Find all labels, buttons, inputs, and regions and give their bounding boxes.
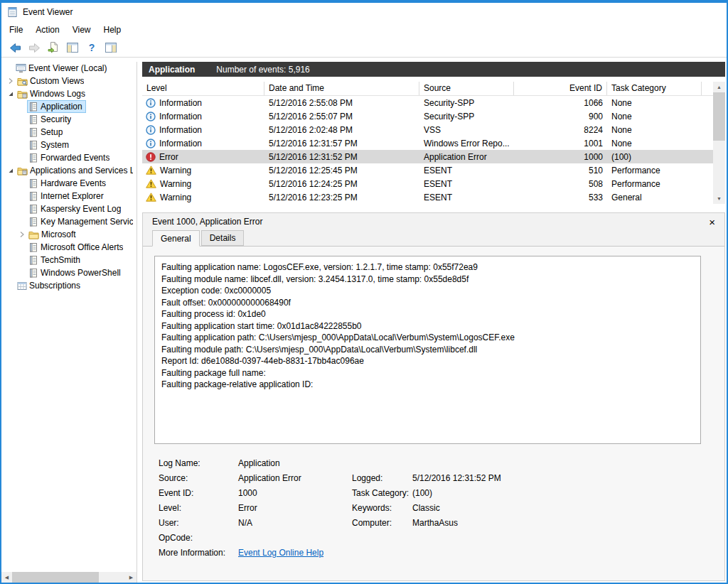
show-hide-action-pane-button[interactable] — [103, 40, 119, 55]
column-header-event-id[interactable]: Event ID — [514, 82, 607, 95]
tree-item-system[interactable]: System — [1, 139, 136, 151]
event-row[interactable]: Warning5/12/2016 12:23:25 PMESENT533Gene… — [142, 190, 713, 204]
warning-icon — [146, 166, 156, 175]
tree-item-microsoft-office-alerts[interactable]: Microsoft Office Alerts — [1, 241, 136, 254]
event-row[interactable]: Information5/12/2016 2:55:08 PMSecurity-… — [142, 96, 713, 109]
cell-level: Warning — [142, 179, 264, 189]
forward-arrow-icon — [28, 43, 41, 53]
property-label: OpCode: — [159, 533, 238, 543]
scroll-right-button[interactable]: ▶ — [126, 572, 136, 583]
close-icon[interactable]: × — [707, 217, 717, 227]
event-row[interactable]: Warning5/12/2016 12:25:45 PMESENT510Perf… — [142, 163, 713, 177]
scroll-down-button[interactable]: ▼ — [713, 193, 725, 204]
tree-item-internet-explorer[interactable]: Internet Explorer — [1, 190, 136, 202]
cell-event-id: 8224 — [514, 125, 607, 135]
level-label: Information — [159, 125, 202, 135]
window-title: Event Viewer — [23, 7, 73, 17]
column-header-task-category[interactable]: Task Category — [607, 82, 702, 95]
event-row[interactable]: Error5/12/2016 12:31:52 PMApplication Er… — [142, 150, 713, 163]
detail-title: Event 1000, Application Error — [152, 217, 262, 227]
tree-item-label: Forwarded Events — [41, 153, 109, 163]
property-label: User: — [159, 518, 238, 528]
event-row[interactable]: Warning5/12/2016 12:24:25 PMESENT508Perf… — [142, 177, 713, 190]
event-properties: Log Name:ApplicationSource:Application E… — [159, 455, 701, 560]
property-row: User:N/AComputer:MarthaAsus — [159, 515, 701, 530]
show-hide-console-tree-button[interactable] — [65, 40, 80, 55]
log-icon — [28, 153, 38, 163]
menu-help[interactable]: Help — [97, 22, 128, 38]
property-label: Source: — [159, 473, 238, 483]
tab-general[interactable]: General — [152, 230, 200, 247]
open-saved-log-button[interactable] — [46, 40, 61, 55]
console-root-icon — [16, 63, 26, 73]
log-icon — [28, 178, 38, 188]
event-row[interactable]: Information5/12/2016 2:55:07 PMSecurity-… — [142, 109, 713, 123]
back-button[interactable] — [7, 40, 23, 55]
cell-source: Security-SPP — [419, 98, 514, 108]
tree-item-key-management-service[interactable]: Key Management Service — [1, 215, 136, 228]
event-log-online-help-link[interactable]: Event Log Online Help — [238, 548, 352, 558]
tree-item-forwarded-events[interactable]: Forwarded Events — [1, 151, 136, 164]
tree-item-hardware-events[interactable]: Hardware Events — [1, 177, 136, 190]
sidebar: Event Viewer (Local)Custom ViewsWindows … — [1, 62, 137, 583]
event-text-line: Report Id: d6e1088d-0397-44eb-8831-17bb4… — [161, 355, 694, 367]
log-icon — [28, 255, 38, 265]
cell-date-time: 5/12/2016 12:31:52 PM — [264, 152, 419, 162]
forward-button[interactable] — [26, 40, 42, 55]
cell-source: ESENT — [419, 193, 514, 202]
menu-file[interactable]: File — [3, 22, 29, 38]
tree-item-application[interactable]: Application — [1, 100, 136, 113]
event-text-line: Fault offset: 0x000000000068490f — [161, 297, 694, 309]
tree-item-security[interactable]: Security — [1, 113, 136, 126]
caret-collapsed-icon[interactable] — [17, 230, 27, 239]
scroll-left-button[interactable]: ◀ — [1, 572, 12, 583]
menu-action[interactable]: Action — [29, 22, 65, 38]
sidebar-horizontal-scrollbar[interactable]: ◀ ▶ — [1, 572, 136, 583]
tree-item-microsoft[interactable]: Microsoft — [1, 228, 136, 241]
cell-task-category: (100) — [607, 152, 702, 162]
tree-item-techsmith[interactable]: TechSmith — [1, 254, 136, 266]
level-label: Information — [159, 112, 202, 121]
tree-item-setup[interactable]: Setup — [1, 126, 136, 139]
help-button[interactable]: ? — [84, 40, 100, 55]
tree-item-label: Microsoft — [41, 229, 76, 239]
general-tab-content: Faulting application name: LogosCEF.exe,… — [143, 246, 724, 580]
log-icon — [28, 191, 38, 201]
event-row[interactable]: Information5/12/2016 12:31:57 PMWindows … — [142, 136, 713, 150]
scroll-up-button[interactable]: ▲ — [713, 82, 725, 92]
scrollbar-thumb[interactable] — [12, 572, 99, 583]
tree-item-custom-views[interactable]: Custom Views — [1, 75, 136, 87]
tree-item-subscriptions[interactable]: Subscriptions — [1, 279, 136, 292]
event-table-vertical-scrollbar[interactable]: ▲ ▼ — [713, 82, 725, 204]
column-header-level[interactable]: Level — [142, 82, 264, 95]
property-label: Log Name: — [159, 458, 238, 468]
property-label: More Information: — [159, 548, 238, 558]
tree-item-applications-and-services-logs[interactable]: Applications and Services Logs — [1, 164, 136, 177]
tree-item-windows-logs[interactable]: Windows Logs — [1, 87, 136, 100]
property-value: Classic — [412, 503, 701, 513]
caret-expanded-icon[interactable] — [6, 90, 16, 98]
column-header-source[interactable]: Source — [419, 82, 514, 95]
console-tree: Event Viewer (Local)Custom ViewsWindows … — [1, 62, 136, 572]
menu-view[interactable]: View — [66, 22, 97, 38]
event-description-box[interactable]: Faulting application name: LogosCEF.exe,… — [154, 256, 701, 444]
caret-collapsed-icon[interactable] — [6, 77, 16, 85]
cell-event-id: 1001 — [514, 139, 607, 148]
tree-item-event-viewer-local[interactable]: Event Viewer (Local) — [1, 62, 136, 75]
event-row[interactable]: Information5/12/2016 2:02:48 PMVSS8224No… — [142, 123, 713, 136]
scrollbar-track[interactable] — [713, 92, 725, 193]
information-icon — [146, 98, 156, 108]
tree-item-kaspersky-event-log[interactable]: Kaspersky Event Log — [1, 202, 136, 215]
scrollbar-track[interactable] — [12, 572, 126, 583]
window-left-pane-icon — [67, 43, 78, 53]
cell-task-category: None — [607, 125, 702, 135]
tab-details[interactable]: Details — [201, 230, 245, 246]
menu-bar: FileActionViewHelp — [1, 21, 727, 38]
information-icon — [146, 125, 156, 135]
scrollbar-thumb[interactable] — [713, 92, 725, 141]
folder-logs-icon — [17, 90, 28, 99]
caret-expanded-icon[interactable] — [6, 166, 16, 175]
information-icon — [146, 112, 156, 121]
column-header-date-and-time[interactable]: Date and Time — [264, 82, 419, 95]
tree-item-windows-powershell[interactable]: Windows PowerShell — [1, 266, 136, 279]
